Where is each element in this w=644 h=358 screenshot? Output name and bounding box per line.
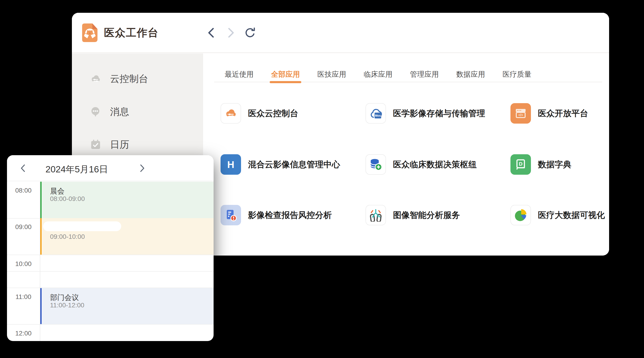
refresh-button[interactable] — [244, 27, 256, 39]
calendar-slot-1100: 11:00 部门会议 11:00-12:00 — [7, 288, 214, 324]
time-label: 12:00 — [7, 330, 40, 337]
calendar-header: 2024年5月16日 — [7, 155, 214, 181]
event-title: 部门会议 — [50, 293, 79, 303]
calendar-event-redacted[interactable]: 09:00-10:00 — [40, 218, 214, 255]
calendar-popup: 2024年5月16日 08:00 晨会 08:00-09:00 09:00 — [7, 155, 214, 341]
event-time: 11:00-12:00 — [50, 302, 84, 309]
mos-cloud-icon: Mos — [369, 106, 383, 120]
calendar-prev-day-button[interactable] — [18, 164, 28, 173]
calendar-slot-1000[interactable]: 10:00 — [7, 255, 214, 271]
main-content: 最近使用 全部应用 医技应用 临床应用 管理应用 数据应用 医疗质量 — [203, 53, 609, 256]
data-dictionary-book-icon: D — [515, 159, 527, 171]
app-title: 医众工作台 — [104, 26, 159, 40]
report-risk-alert-icon — [224, 209, 237, 222]
clinical-database-icon — [369, 158, 382, 171]
tab-recently-used[interactable]: 最近使用 — [225, 67, 254, 82]
calendar-event-morning-meeting[interactable]: 晨会 08:00-09:00 — [40, 182, 214, 218]
app-big-data-visualization[interactable]: 医疗大数据可视化 — [510, 205, 605, 225]
app-cloud-console[interactable]: 医众云控制台 — [220, 103, 298, 124]
active-tab-underline — [270, 81, 301, 83]
calendar-next-day-button[interactable] — [137, 164, 146, 173]
pie-chart-icon — [514, 209, 527, 222]
app-report-risk-analysis[interactable]: 影像检查报告风控分析 — [220, 205, 332, 225]
calendar-body: 08:00 晨会 08:00-09:00 09:00 09:00-10:00 1… — [7, 182, 214, 341]
app-data-dictionary[interactable]: D 数据字典 — [510, 154, 572, 175]
time-label: 11:00 — [7, 293, 40, 301]
tab-all-apps[interactable]: 全部应用 — [271, 67, 300, 82]
event-time: 08:00-09:00 — [50, 195, 85, 202]
calendar-slot-0900: 09:00 09:00-10:00 — [7, 218, 214, 255]
calendar-slot-0800: 08:00 晨会 08:00-09:00 — [7, 182, 214, 218]
cloud-icon — [90, 73, 101, 84]
message-icon — [90, 106, 101, 117]
time-label: 09:00 — [7, 223, 40, 231]
back-button[interactable] — [206, 27, 217, 39]
app-logo-icon — [82, 23, 98, 42]
sidebar-item-label: 云控制台 — [110, 72, 148, 85]
calendar-slot-1030[interactable] — [7, 271, 214, 288]
time-gutter-divider — [40, 182, 40, 341]
event-title-redacted-pill — [43, 221, 121, 231]
app-clinical-data-hub[interactable]: 医众临床数据决策枢纽 — [366, 154, 477, 175]
desktop-background: 医众工作台 — [0, 0, 644, 358]
time-label: 08:00 — [7, 187, 40, 194]
tab-medical-quality[interactable]: 医疗质量 — [502, 67, 532, 82]
calendar-icon — [90, 139, 101, 150]
app-image-storage-transfer[interactable]: Mos 医学影像存储与传输管理 — [366, 103, 485, 124]
app-open-platform[interactable]: </> 医众开放平台 — [510, 103, 588, 124]
event-time: 09:00-10:00 — [50, 233, 85, 240]
sidebar-item-messages[interactable]: 消息 — [72, 104, 203, 120]
sidebar-item-label: 消息 — [110, 105, 129, 118]
time-label: 10:00 — [7, 260, 40, 268]
svg-text:</>: </> — [518, 113, 523, 117]
cloud-console-icon — [224, 107, 237, 120]
lung-analysis-icon — [369, 209, 382, 222]
tab-data-apps[interactable]: 数据应用 — [456, 67, 485, 82]
tab-medtech-apps[interactable]: 医技应用 — [317, 67, 346, 82]
calendar-event-department-meeting[interactable]: 部门会议 11:00-12:00 — [40, 288, 214, 324]
svg-text:Mos: Mos — [375, 114, 381, 117]
app-hybrid-cloud-center[interactable]: H 混合云影像信息管理中心 — [220, 154, 340, 175]
forward-button[interactable] — [225, 27, 236, 39]
hybrid-cloud-h-icon: H — [225, 159, 237, 171]
calendar-date-title: 2024年5月16日 — [37, 163, 116, 176]
app-image-ai-analysis[interactable]: 图像智能分析服务 — [366, 205, 460, 225]
event-title: 晨会 — [50, 186, 64, 196]
tab-clinical-apps[interactable]: 临床应用 — [364, 67, 392, 82]
tab-bar: 最近使用 全部应用 医技应用 临床应用 管理应用 数据应用 医疗质量 — [214, 67, 602, 82]
sidebar-item-label: 日历 — [110, 138, 129, 151]
open-platform-code-icon: </> — [515, 107, 527, 119]
sidebar-item-cloud-console[interactable]: 云控制台 — [72, 71, 203, 87]
tab-management-apps[interactable]: 管理应用 — [410, 67, 439, 82]
calendar-slot-1200[interactable]: 12:00 — [7, 324, 214, 341]
svg-text:H: H — [227, 159, 234, 170]
svg-text:D: D — [519, 161, 522, 167]
sidebar-item-calendar[interactable]: 日历 — [72, 136, 203, 153]
window-header: 医众工作台 — [72, 13, 609, 53]
